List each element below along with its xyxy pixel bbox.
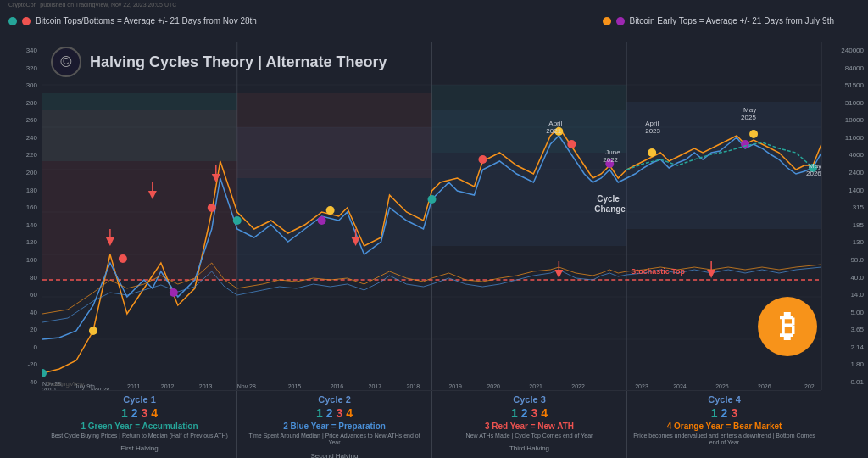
svg-text:2022: 2022 bbox=[603, 156, 618, 164]
svg-point-38 bbox=[326, 206, 335, 215]
legend-left: Bitcoin Tops/Bottoms = Average +/- 21 Da… bbox=[8, 16, 257, 25]
cycle-2-num-4: 4 bbox=[346, 406, 353, 420]
svg-text:April: April bbox=[548, 120, 562, 127]
cycle-2-numbers: 1 2 3 4 bbox=[242, 406, 426, 420]
svg-text:2022: 2022 bbox=[571, 383, 585, 389]
cycle-4-numbers: 1 2 3 bbox=[632, 406, 816, 420]
cycle-2-num-1: 1 bbox=[316, 406, 323, 420]
cycle-2-column: Cycle 2 1 2 3 4 2 Blue Year = Preparatio… bbox=[237, 391, 432, 458]
svg-text:2024: 2024 bbox=[673, 383, 687, 389]
bottom-area: Cycle 1 1 2 3 4 1 Green Year = Accumulat… bbox=[42, 390, 821, 458]
cycle-1-numbers: 1 2 3 4 bbox=[47, 406, 231, 420]
cycle-3-num-2: 2 bbox=[521, 406, 528, 420]
svg-text:2021: 2021 bbox=[529, 383, 542, 389]
title-area: © Halving Cycles Theory | Alternate Theo… bbox=[51, 47, 387, 77]
cycle-4-title: Cycle 4 bbox=[632, 394, 816, 405]
svg-text:June: June bbox=[605, 148, 620, 156]
svg-text:2016: 2016 bbox=[331, 383, 344, 389]
cycle-1-label: 1 Green Year = Accumulation bbox=[47, 422, 231, 431]
cycle-1-num-3: 3 bbox=[142, 406, 148, 420]
cycle-3-column: Cycle 3 1 2 3 4 3 Red Year = New ATH New… bbox=[432, 391, 627, 458]
cycle-1-num-2: 2 bbox=[131, 406, 138, 420]
svg-marker-26 bbox=[554, 270, 563, 278]
cycle-2-halving: Second Halving bbox=[242, 452, 426, 458]
green-dot bbox=[8, 17, 17, 25]
orange-dot bbox=[603, 17, 611, 25]
svg-point-34 bbox=[208, 204, 216, 212]
chart-container: Bitcoin Tops/Bottoms = Average +/- 21 Da… bbox=[0, 0, 868, 458]
cycle-3-title: Cycle 3 bbox=[437, 394, 621, 405]
cycle-3-num-3: 3 bbox=[531, 406, 538, 420]
svg-text:2026: 2026 bbox=[806, 170, 821, 177]
cycle-3-label: 3 Red Year = New ATH bbox=[437, 422, 621, 431]
chart-title: Halving Cycles Theory | Alternate Theory bbox=[90, 53, 387, 71]
cycle-2-label: 2 Blue Year = Preparation bbox=[242, 422, 426, 431]
cycle-1-title: Cycle 1 bbox=[47, 394, 231, 405]
cycle-4-column: Cycle 4 1 2 3 4 Orange Year = Bear Marke… bbox=[627, 391, 821, 458]
cycle-2-num-2: 2 bbox=[326, 406, 333, 420]
svg-text:April: April bbox=[645, 120, 659, 127]
cycle-3-desc: New ATHs Made | Cycle Top Comes end of Y… bbox=[437, 433, 621, 439]
svg-text:2021: 2021 bbox=[546, 127, 561, 135]
cycle-4-label: 4 Orange Year = Bear Market bbox=[632, 422, 816, 431]
publisher-info: CryptoCon_published on TradingView, Nov … bbox=[8, 2, 176, 8]
legend-right: Bitcoin Early Tops = Average +/- 21 Days… bbox=[603, 16, 834, 25]
cycle-2-num-3: 3 bbox=[337, 406, 343, 420]
cycle-3-numbers: 1 2 3 4 bbox=[437, 406, 621, 420]
tradingview-label: TradingView bbox=[47, 380, 84, 388]
svg-point-32 bbox=[428, 195, 437, 204]
svg-text:2017: 2017 bbox=[369, 383, 382, 389]
cycle-3-num-1: 1 bbox=[511, 406, 518, 420]
cycle-4-num-1: 1 bbox=[711, 406, 718, 420]
svg-text:Stochastic Top: Stochastic Top bbox=[631, 267, 685, 276]
svg-rect-11 bbox=[42, 93, 237, 161]
cycle-3-num-4: 4 bbox=[541, 406, 548, 420]
cycle-3-halving: Third Halving bbox=[437, 444, 621, 452]
svg-text:2015: 2015 bbox=[288, 383, 302, 389]
svg-text:Change: Change bbox=[594, 204, 626, 214]
svg-text:2025: 2025 bbox=[741, 114, 756, 121]
cycle-4-desc: Price becomes undervalued and enters a d… bbox=[632, 433, 816, 447]
svg-point-40 bbox=[648, 148, 656, 157]
cycle-1-column: Cycle 1 1 2 3 4 1 Green Year = Accumulat… bbox=[42, 391, 237, 458]
svg-text:May: May bbox=[743, 106, 756, 114]
logo-circle: © bbox=[51, 47, 81, 77]
right-legend-text: Bitcoin Early Tops = Average +/- 21 Days… bbox=[630, 16, 834, 25]
purple-dot bbox=[616, 17, 625, 25]
svg-point-43 bbox=[318, 216, 326, 225]
svg-text:2018: 2018 bbox=[407, 383, 420, 389]
svg-point-33 bbox=[119, 254, 127, 263]
cycle-1-desc: Best Cycle Buying Prices | Return to Med… bbox=[47, 433, 231, 439]
svg-point-45 bbox=[741, 140, 749, 148]
svg-point-41 bbox=[749, 130, 758, 138]
svg-rect-13 bbox=[237, 93, 432, 178]
chart-area: April 2021 April 2023 May 2025 June 2022… bbox=[42, 42, 821, 390]
cycle-1-num-4: 4 bbox=[151, 406, 158, 420]
cycle-2-desc: Time Spent Around Median | Price Advance… bbox=[242, 433, 426, 447]
red-dot bbox=[22, 17, 31, 25]
price-axis: 240000 84000 51500 31000 18000 11000 400… bbox=[821, 42, 868, 390]
left-legend-text: Bitcoin Tops/Bottoms = Average +/- 21 Da… bbox=[36, 16, 257, 25]
svg-text:2011: 2011 bbox=[127, 383, 141, 389]
svg-text:2019: 2019 bbox=[448, 383, 462, 389]
cycle-1-halving: First Halving bbox=[47, 444, 231, 452]
svg-point-35 bbox=[478, 155, 487, 164]
btc-logo: ₿ bbox=[758, 297, 817, 356]
svg-point-37 bbox=[89, 327, 97, 335]
svg-point-30 bbox=[42, 369, 47, 377]
cycle-4-num-3: 3 bbox=[731, 406, 737, 420]
svg-text:May: May bbox=[809, 162, 821, 170]
svg-text:202...: 202... bbox=[804, 383, 820, 389]
cycle-1-num-1: 1 bbox=[121, 406, 128, 420]
svg-text:2026: 2026 bbox=[758, 383, 771, 389]
svg-text:2020: 2020 bbox=[487, 383, 500, 389]
left-axis: 340 320 300 280 260 240 220 200 180 160 … bbox=[0, 42, 42, 390]
svg-point-42 bbox=[170, 288, 178, 297]
cycle-2-title: Cycle 2 bbox=[242, 394, 426, 405]
chart-svg: April 2021 April 2023 May 2025 June 2022… bbox=[42, 42, 821, 390]
cycle-columns: Cycle 1 1 2 3 4 1 Green Year = Accumulat… bbox=[42, 391, 821, 458]
cycle-4-num-2: 2 bbox=[721, 406, 728, 420]
svg-text:Cycle: Cycle bbox=[597, 194, 620, 204]
svg-text:2013: 2013 bbox=[199, 383, 213, 389]
svg-rect-15 bbox=[432, 85, 627, 153]
